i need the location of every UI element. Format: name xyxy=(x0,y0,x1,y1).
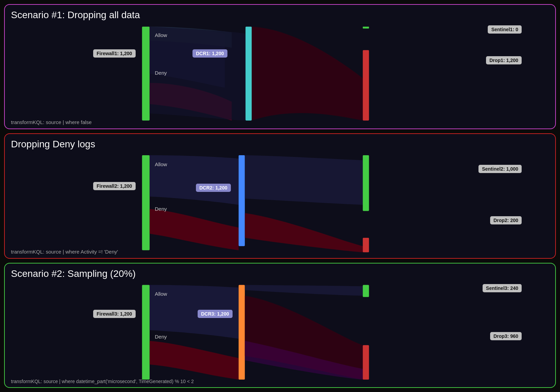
transform-text-1: transformKQL: source | where false xyxy=(11,119,92,125)
sentinel-label-3: Sentinel3: 240 xyxy=(483,284,522,292)
deny-flow-2 xyxy=(150,209,239,250)
firewall-label-2: Firewall2: 1,200 xyxy=(93,182,136,190)
sentinel-bar-3 xyxy=(363,285,369,297)
firewall-bar-2 xyxy=(142,155,150,250)
post-dcr-flow-1 xyxy=(252,27,363,121)
allow-label-3: Allow xyxy=(155,291,167,297)
diagram-area-2: Firewall2: 1,200 Allow Deny DCR2: 1,200 … xyxy=(11,151,549,254)
deny-flow-3 xyxy=(150,341,239,379)
deny-label-2: Deny xyxy=(155,206,167,212)
diagram-area-3: Firewall3: 1,200 Allow Deny DCR3: 1,200 … xyxy=(11,281,549,384)
panel-2-title: Dropping Deny logs xyxy=(11,139,549,150)
drop-bar-1 xyxy=(363,50,369,120)
sentinel-bar-1 xyxy=(363,27,369,28)
scenario-panel-3: Scenario #2: Sampling (20%) Firewal xyxy=(4,263,556,388)
flow-svg-3 xyxy=(11,281,549,384)
sentinel-bar-2 xyxy=(363,155,369,211)
flow-svg-2 xyxy=(11,151,549,254)
deny-post-dcr-2 xyxy=(245,213,363,253)
transform-text-3: transformKQL: source | where datetime_pa… xyxy=(11,378,194,385)
firewall-label-1: Firewall1: 1,200 xyxy=(93,49,136,58)
dcr-label-3: DCR3: 1,200 xyxy=(198,310,233,318)
sentinel-flow-3 xyxy=(245,285,363,295)
deny-label-1: Deny xyxy=(155,70,167,76)
diagram-area-1: Firewall1: 1,200 Allow Deny DCR1: 1,200 … xyxy=(11,22,549,125)
panel-3-title: Scenario #2: Sampling (20%) xyxy=(11,268,549,279)
firewall-bar-1 xyxy=(142,27,150,121)
dcr-label-1: DCR1: 1,200 xyxy=(192,49,227,58)
dcr-label-2: DCR2: 1,200 xyxy=(196,184,231,192)
deny-label-3: Deny xyxy=(155,334,167,340)
dcr-bar-2 xyxy=(239,155,245,246)
drop-label-1: Drop1: 1,200 xyxy=(486,56,522,64)
firewall-label-3: Firewall3: 1,200 xyxy=(93,310,136,318)
sentinel-label-1: Sentinel1: 0 xyxy=(488,25,522,34)
drop-label-2: Drop2: 200 xyxy=(490,216,522,224)
allow-label-1: Allow xyxy=(155,32,167,38)
sentinel-label-2: Sentinel2: 1,000 xyxy=(478,165,522,173)
scenario-panel-2: Dropping Deny logs Firewall2: 1,200 xyxy=(4,133,556,258)
drop-bar-3 xyxy=(363,345,369,379)
dcr-bar-3 xyxy=(239,285,245,379)
firewall-bar-3 xyxy=(142,285,150,379)
allow-post-dcr-2 xyxy=(245,155,363,205)
panel-1-title: Scenario #1: Dropping all data xyxy=(11,10,549,21)
drop-bar-2 xyxy=(363,238,369,252)
transform-text-2: transformKQL: source | where Activity =!… xyxy=(11,249,118,255)
allow-label-2: Allow xyxy=(155,161,167,167)
flow-svg-1 xyxy=(11,22,549,125)
dcr-bar-1 xyxy=(246,27,252,121)
drop-label-3: Drop3: 960 xyxy=(490,332,522,340)
scenario-panel-1: Scenario #1: Dropping all data Firew xyxy=(4,4,556,129)
